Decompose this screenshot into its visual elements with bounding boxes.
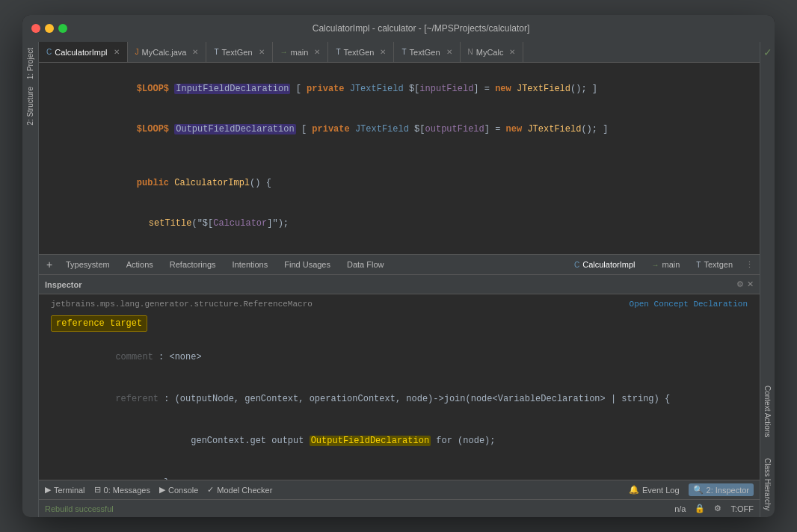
file-icon-main: →: [652, 261, 659, 269]
code-line-5: setTitle("$[Calculator]");: [39, 203, 760, 244]
tab-typesystem[interactable]: Typesystem: [58, 259, 117, 270]
tab-close-mycalcjava[interactable]: ✕: [192, 48, 198, 56]
code-editor[interactable]: $LOOP$ InputFieldDeclaration [ private J…: [39, 63, 760, 254]
check-mark-icon: ✓: [762, 45, 774, 60]
right-sidebar: ✓ Context Actions Class Hierarchy: [760, 42, 775, 517]
terminal-button[interactable]: ▶ Terminal: [45, 485, 85, 495]
structure-panel-icon[interactable]: 2: Structure: [25, 84, 36, 129]
editor-area: $LOOP$ InputFieldDeclaration [ private J…: [39, 63, 760, 517]
tab-intentions[interactable]: Intentions: [225, 259, 276, 270]
project-panel-icon[interactable]: 1: Project: [25, 45, 36, 82]
tab-textgen2[interactable]: T TextGen ✕: [328, 42, 394, 62]
tab-label-mycalc: MyCalc: [476, 48, 504, 57]
tab-icon-textgen1: T: [214, 48, 218, 56]
reference-target-row: reference target: [39, 311, 760, 336]
tab-label-textgen1: TextGen: [222, 48, 253, 57]
tab-icon-mycalc: N: [468, 48, 473, 56]
tab-icon-calculatorimpl: C: [46, 48, 52, 56]
tab-textgen3[interactable]: T TextGen ✕: [394, 42, 460, 62]
class-hierarchy-label[interactable]: Class Hierarchy: [762, 455, 773, 514]
tab-icon-mycalcjava: J: [135, 48, 139, 56]
tab-icon-textgen3: T: [401, 48, 406, 56]
inspector-class-row: jetbrains.mps.lang.generator.structure.R…: [39, 297, 760, 311]
tab-label-textgen2: TextGen: [343, 48, 374, 57]
messages-button[interactable]: ⊟ 0: Messages: [94, 485, 150, 495]
tab-file-calculatorimpl[interactable]: C CalculatorImpl: [567, 259, 643, 270]
bottom-tabs: + Typesystem Actions Refactorings Intent…: [39, 254, 760, 275]
inspector-content: jetbrains.mps.lang.generator.structure.R…: [39, 294, 760, 480]
inspector-button[interactable]: 🔍 2: Inspector: [689, 483, 754, 496]
inspector-bar: Inspector ⚙ ✕: [39, 275, 760, 294]
tab-close-textgen2[interactable]: ✕: [380, 48, 386, 56]
center-area: C CalculatorImpl ✕ J MyCalc.java ✕ T Tex…: [39, 42, 760, 517]
reference-target-label: reference target: [51, 315, 147, 332]
tab-textgen1[interactable]: T TextGen ✕: [206, 42, 272, 62]
inspector-icon: 🔍: [693, 485, 704, 495]
status-left: Rebuild successful: [45, 504, 665, 513]
model-checker-icon: ✓: [207, 485, 214, 495]
tab-main[interactable]: → main ✕: [273, 42, 329, 62]
status-right: n/a 🔒 ⚙ T:OFF: [674, 504, 754, 513]
file-icon-calculatorimpl: C: [574, 261, 579, 269]
minimize-button[interactable]: [45, 24, 54, 33]
maximize-button[interactable]: [58, 24, 67, 33]
messages-icon: ⊟: [94, 485, 101, 495]
tab-mycalcjava[interactable]: J MyCalc.java ✕: [128, 42, 207, 62]
inspector-referent-line3: }: [39, 462, 760, 480]
tool-bar-bottom: ▶ Terminal ⊟ 0: Messages ▶ Console ✓ Mod…: [39, 480, 760, 499]
event-log-icon: 🔔: [629, 485, 639, 495]
settings-icon[interactable]: ⚙: [714, 504, 721, 513]
close-icon[interactable]: ✕: [747, 279, 754, 289]
status-bar: Rebuild successful n/a 🔒 ⚙ T:OFF: [39, 499, 760, 517]
tab-close-textgen3[interactable]: ✕: [446, 48, 452, 56]
code-line-6: setLayout(new GridLayout(0, 2));: [39, 244, 760, 254]
main-content: 1: Project 2: Structure C CalculatorImpl…: [22, 42, 775, 517]
tab-label-main: main: [291, 48, 309, 57]
tab-file-main[interactable]: → main: [644, 259, 688, 270]
console-button[interactable]: ▶ Console: [159, 485, 198, 495]
open-concept-button[interactable]: Open Concept Declaration: [630, 297, 748, 311]
tab-refactorings[interactable]: Refactorings: [162, 259, 224, 270]
context-actions-label[interactable]: Context Actions: [762, 383, 773, 440]
bottom-tabs-right: C CalculatorImpl → main T Textgen ⋮: [567, 259, 757, 270]
tab-bar: C CalculatorImpl ✕ J MyCalc.java ✕ T Tex…: [39, 42, 760, 63]
build-success-text: Rebuild successful: [45, 504, 114, 513]
inspector-class-name: jetbrains.mps.lang.generator.structure.R…: [51, 297, 313, 311]
inspector-gear[interactable]: ⚙ ✕: [736, 279, 754, 289]
model-checker-button[interactable]: ✓ Model Checker: [207, 485, 272, 495]
window-title: CalculatorImpl - calculator - [~/MPSProj…: [76, 23, 766, 34]
inspector-label: Inspector: [45, 280, 82, 289]
tab-label-mycalcjava: MyCalc.java: [142, 48, 187, 57]
tab-settings-button[interactable]: ⋮: [742, 260, 757, 270]
inspector-comment-line: comment : <none>: [39, 336, 760, 378]
tab-close-main[interactable]: ✕: [314, 48, 320, 56]
tab-file-textgen[interactable]: T Textgen: [689, 259, 740, 270]
code-line-3: [39, 149, 760, 163]
event-log-button[interactable]: 🔔 Event Log: [629, 485, 680, 495]
tab-calculatorimpl[interactable]: C CalculatorImpl ✕: [39, 42, 128, 62]
title-bar: CalculatorImpl - calculator - [~/MPSProj…: [22, 15, 775, 42]
file-icon-textgen: T: [696, 261, 701, 269]
tab-close-textgen1[interactable]: ✕: [259, 48, 265, 56]
tab-mycalc[interactable]: N MyCalc ✕: [461, 42, 524, 62]
add-tab-button[interactable]: +: [42, 257, 57, 272]
tab-close-calculatorimpl[interactable]: ✕: [114, 48, 120, 56]
inspector-referent-line1: referent : (outputNode, genContext, oper…: [39, 378, 760, 420]
tab-actions[interactable]: Actions: [119, 259, 161, 270]
tab-label-calculatorimpl: CalculatorImpl: [55, 48, 107, 57]
console-icon: ▶: [159, 485, 165, 495]
tab-icon-textgen2: T: [336, 48, 340, 56]
left-sidebar: 1: Project 2: Structure: [22, 42, 39, 517]
gear-icon[interactable]: ⚙: [736, 279, 744, 289]
code-line-4: public CalculatorImpl() {: [39, 163, 760, 203]
lock-icon: 🔒: [695, 504, 705, 513]
tab-data-flow[interactable]: Data Flow: [339, 259, 392, 270]
tab-close-mycalc[interactable]: ✕: [509, 48, 515, 56]
main-window: CalculatorImpl - calculator - [~/MPSProj…: [22, 15, 775, 517]
terminal-icon: ▶: [45, 485, 51, 495]
close-button[interactable]: [31, 24, 40, 33]
output-field-declaration-highlight: OutputFieldDeclaration: [310, 436, 431, 446]
code-line-2: $LOOP$ OutputFieldDeclaration [ private …: [39, 109, 760, 149]
tab-find-usages[interactable]: Find Usages: [277, 259, 338, 270]
na-label: n/a: [674, 504, 686, 513]
